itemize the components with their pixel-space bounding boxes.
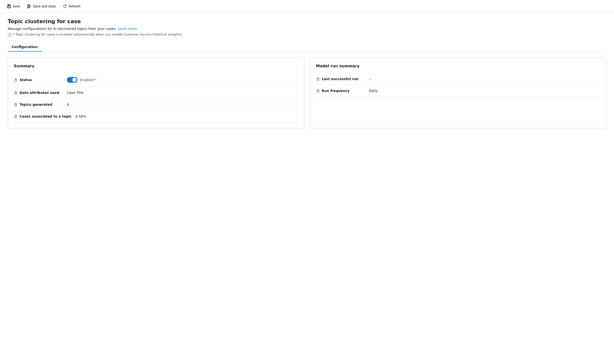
model-run-card: Model run summary Last successful run --… [310, 58, 606, 129]
svg-rect-9 [15, 116, 17, 118]
note-text: * Topic clustering for cases is enabled … [13, 33, 183, 36]
status-field-row: Status Enabled * [14, 73, 298, 87]
lock-icon-data-attributes [14, 91, 18, 95]
data-attributes-value: Case Title [67, 91, 84, 95]
toggle-knob [72, 78, 77, 82]
info-icon: i [8, 33, 12, 37]
lock-icon-topics [14, 103, 18, 106]
last-run-value: -- [369, 77, 372, 81]
status-toggle-container: Enabled * [67, 77, 96, 83]
description-text: Manage configurations for AI discovered … [8, 27, 116, 31]
refresh-label: Refresh [69, 4, 81, 8]
toggle-text: Enabled * [80, 78, 96, 82]
cases-associated-label: Cases associated to a topic [20, 114, 71, 118]
page-description: Manage configurations for AI discovered … [8, 27, 606, 31]
save-and-close-label: Save and close [33, 4, 56, 8]
status-toggle[interactable] [67, 77, 78, 83]
svg-rect-4 [28, 5, 29, 6]
learn-more-link[interactable]: Learn more [118, 27, 137, 31]
save-label: Save [13, 4, 20, 8]
data-attributes-label: Data attributes used [20, 91, 63, 95]
cases-associated-value: 0.58% [75, 114, 86, 118]
last-run-field-row: Last successful run -- [316, 73, 600, 85]
svg-rect-2 [8, 6, 10, 8]
tab-configuration[interactable]: Configuration [8, 42, 41, 52]
tabs: Configuration [8, 42, 606, 52]
status-label: Status [20, 78, 63, 82]
run-frequency-value: Daily [369, 89, 378, 93]
save-close-icon [27, 4, 31, 8]
page-title: Topic clustering for case [8, 18, 606, 24]
cases-associated-field-row: Cases associated to a topic 0.58% [14, 111, 298, 122]
save-button[interactable]: Save [4, 3, 23, 10]
cards-container: Summary Status Enabled * [8, 58, 606, 129]
lock-icon-status [14, 78, 18, 82]
last-run-label: Last successful run [322, 77, 365, 81]
summary-card: Summary Status Enabled * [8, 58, 304, 129]
toolbar: Save Save and close Refresh [0, 0, 614, 13]
svg-rect-11 [317, 91, 319, 92]
refresh-button[interactable]: Refresh [60, 3, 83, 10]
lock-icon-cases [14, 114, 18, 118]
info-note: i * Topic clustering for cases is enable… [8, 33, 606, 37]
run-frequency-field-row: Run frequency Daily [316, 85, 600, 97]
lock-icon-last-run [316, 77, 320, 81]
svg-rect-1 [8, 5, 10, 6]
svg-rect-7 [15, 92, 17, 94]
topics-generated-field-row: Topics generated 6 [14, 99, 298, 111]
refresh-icon [63, 4, 67, 8]
lock-icon-run-frequency [316, 89, 320, 93]
svg-rect-5 [28, 6, 29, 8]
model-run-card-title: Model run summary [316, 64, 600, 68]
run-frequency-label: Run frequency [322, 89, 365, 93]
data-attributes-field-row: Data attributes used Case Title [14, 87, 298, 99]
topics-generated-label: Topics generated [20, 103, 63, 106]
topics-generated-value: 6 [67, 103, 69, 106]
save-and-close-button[interactable]: Save and close [24, 3, 59, 10]
svg-rect-10 [317, 79, 319, 80]
page-content: Topic clustering for case Manage configu… [0, 13, 614, 134]
summary-card-title: Summary [14, 64, 298, 68]
svg-rect-8 [15, 104, 17, 106]
svg-rect-6 [15, 80, 17, 81]
save-icon [7, 4, 11, 8]
